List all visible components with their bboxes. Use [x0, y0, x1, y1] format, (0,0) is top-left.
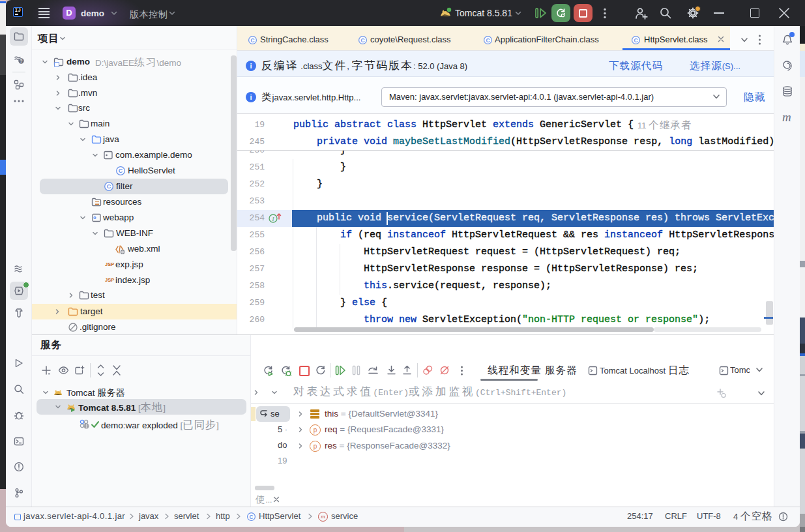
svg-text:I: I: [272, 216, 275, 222]
svg-text:?: ?: [20, 59, 22, 63]
